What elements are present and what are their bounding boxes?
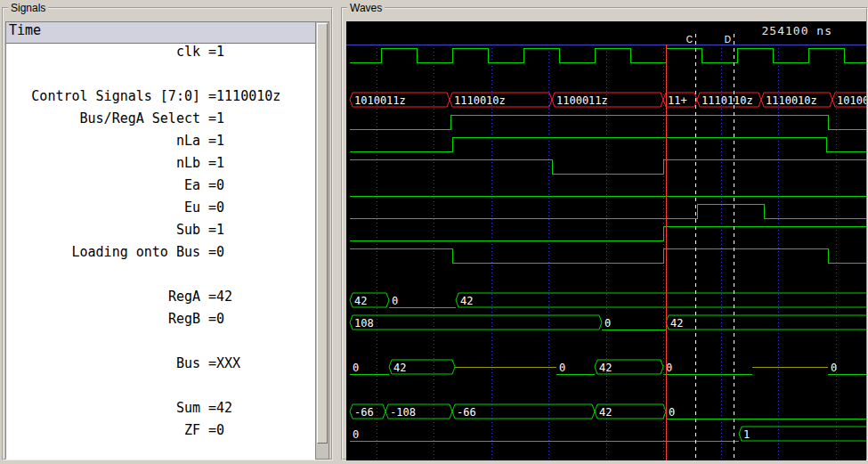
bus-value-label: 0: [604, 317, 611, 330]
signal-value: =XXX: [200, 355, 240, 378]
signal-value: =42: [200, 289, 232, 311]
signal-value: =1110010z: [200, 88, 280, 110]
bus-value-label: 42: [354, 295, 367, 307]
signal-value: =1: [200, 44, 224, 66]
signals-panel: Signals Time clk =1Control Signals [7:0]…: [2, 7, 333, 460]
signal-name: Sum: [6, 400, 200, 422]
wave-clk: [350, 48, 866, 62]
bus-value-label: 1110010z: [766, 94, 817, 107]
bus-value-label: 42: [460, 295, 473, 307]
signal-row-sub[interactable]: Sub =1: [6, 222, 316, 244]
bus-value-label: -66: [457, 406, 476, 419]
bus-value-label: 1010011z: [354, 94, 406, 107]
bus-value-label: 0: [353, 362, 359, 374]
signals-scrollbar[interactable]: [315, 21, 329, 460]
signal-row-eu[interactable]: Eu =0: [6, 199, 316, 222]
bus-value-label: 0: [831, 362, 837, 374]
timescale-timestamp: 254100 ns: [762, 24, 832, 37]
signal-row-clk[interactable]: clk =1: [6, 44, 316, 66]
signal-value: =1: [200, 110, 224, 133]
wave-area[interactable]: 1010011z1110010z1100011z11+1110110z11100…: [346, 21, 866, 460]
waveform-canvas[interactable]: 1010011z1110010z1100011z11+1110110z11100…: [346, 21, 866, 460]
signal-row-loading-onto-bus[interactable]: Loading onto Bus =0: [6, 244, 316, 266]
wave-bus-rega-select: [350, 115, 866, 129]
signal-name: RegA: [6, 289, 200, 311]
bus-value-label: 1100011z: [556, 94, 608, 107]
signal-name: Control Signals [7:0]: [6, 88, 200, 110]
bus-value-label: 11+: [668, 94, 687, 107]
signal-row-sum[interactable]: Sum =42: [6, 400, 316, 422]
signals-scrollbar-thumb[interactable]: [317, 23, 328, 444]
bus-value-label: 0: [666, 362, 672, 374]
time-header: Time: [6, 22, 316, 44]
bus-value-label: 108: [354, 317, 374, 330]
bus-value-label: 1110110z: [702, 94, 753, 107]
signals-panel-label: Signals: [8, 2, 48, 14]
signal-row-blank: [6, 266, 316, 289]
signal-name: [6, 333, 200, 355]
wave-sub: [350, 226, 866, 240]
bus-value-label: 42: [670, 317, 683, 330]
signal-value: =0: [200, 422, 224, 444]
signal-name: Bus/RegA Select: [6, 110, 200, 133]
signal-row-blank: [6, 66, 316, 88]
signal-name: [6, 66, 200, 88]
bus-value-label: -66: [354, 406, 374, 419]
bus-value-label: 42: [393, 362, 406, 374]
signal-name: RegB: [6, 311, 200, 333]
wave-nla: [350, 137, 866, 151]
bus-value-label: -108: [390, 406, 416, 419]
bus-value-label: 42: [599, 406, 612, 419]
signal-name: Ea: [6, 177, 200, 199]
signal-name: clk: [6, 44, 200, 66]
signal-row-nla[interactable]: nLa =1: [6, 133, 316, 155]
signal-value: =0: [200, 311, 224, 333]
signal-value: =0: [200, 177, 224, 199]
bus-value-label: 1: [743, 428, 750, 441]
bus-value-label: 42: [599, 362, 612, 374]
wave-zf-band: [739, 427, 866, 441]
signal-name: [6, 378, 200, 400]
bus-value-label: 1110010z: [454, 94, 506, 107]
wave-eu: [350, 204, 866, 218]
wave-rega-band: [456, 293, 866, 307]
signal-value: =1: [200, 155, 224, 177]
marker-label-c: C: [686, 35, 693, 45]
signal-value: =1: [200, 133, 224, 155]
bus-value-label: 0: [669, 406, 675, 419]
bus-value-label: 0: [392, 295, 398, 307]
wave-loading-onto-bus: [350, 248, 866, 263]
wave-nlb: [350, 159, 866, 174]
signal-value: =42: [200, 400, 232, 422]
bus-value-label: 0: [353, 428, 359, 441]
signal-name: ZF: [6, 422, 200, 444]
signal-row-regb[interactable]: RegB =0: [6, 311, 316, 333]
signal-row-rega[interactable]: RegA =42: [6, 289, 316, 311]
signal-row-nlb[interactable]: nLb =1: [6, 155, 316, 177]
signal-name: Sub: [6, 222, 200, 244]
signal-name: Bus: [6, 355, 200, 378]
bus-value-label: 0: [559, 362, 565, 374]
signal-name: [6, 266, 200, 289]
signal-row-blank: [6, 333, 316, 355]
bus-value-label: 1010011z: [837, 94, 866, 107]
signal-row-bus-rega-select[interactable]: Bus/RegA Select =1: [6, 110, 316, 133]
signal-value: =1: [200, 222, 224, 244]
wave-regb-band: [350, 315, 602, 330]
signal-row-blank: [6, 378, 316, 400]
waves-panel: Waves 1010011z1110010z1100011z11+1110110…: [341, 7, 868, 460]
signal-name: nLa: [6, 133, 200, 155]
waves-panel-label: Waves: [347, 2, 385, 14]
signal-row-control-signals-7-0[interactable]: Control Signals [7:0] =1110010z: [6, 88, 316, 110]
signal-value: =0: [200, 199, 224, 222]
signal-row-ea[interactable]: Ea =0: [6, 177, 316, 199]
signal-row-zf[interactable]: ZF =0: [6, 422, 316, 444]
signal-rows: clk =1Control Signals [7:0] =1110010zBus…: [6, 44, 316, 444]
marker-label-d: D: [725, 35, 731, 45]
signal-name: Loading onto Bus: [6, 244, 200, 266]
signal-value: =0: [200, 244, 224, 266]
signal-name: Eu: [6, 199, 200, 222]
signal-row-bus[interactable]: Bus =XXX: [6, 355, 316, 378]
signal-name: nLb: [6, 155, 200, 177]
signals-list[interactable]: Time clk =1Control Signals [7:0] =111001…: [5, 21, 317, 460]
